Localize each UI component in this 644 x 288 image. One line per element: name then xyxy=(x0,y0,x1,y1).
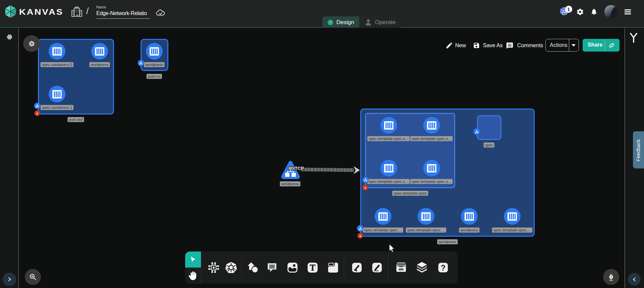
svg-text:?: ? xyxy=(441,263,446,272)
svg-text:80/TCP: 80/TCP xyxy=(288,166,304,171)
